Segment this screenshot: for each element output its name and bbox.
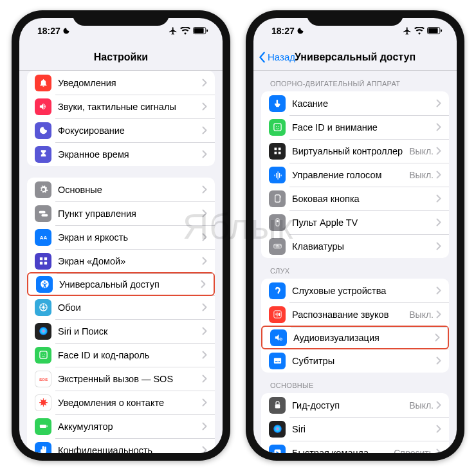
voice-icon: [269, 167, 286, 183]
settings-row[interactable]: AA Экран и яркость: [27, 225, 215, 249]
svg-point-51: [280, 338, 281, 339]
settings-row[interactable]: Распознавание звуков Выкл.: [261, 302, 449, 326]
settings-row[interactable]: Аудиовизуализация: [261, 326, 449, 349]
settings-row[interactable]: Субтитры: [261, 349, 449, 373]
status-time: 18:27: [37, 26, 60, 36]
settings-row[interactable]: Боковая кнопка: [261, 187, 449, 210]
row-label: Пункт управления: [58, 208, 202, 219]
row-label: Субтитры: [292, 356, 436, 366]
section-header: ОСНОВНЫЕ: [261, 373, 449, 393]
svg-point-41: [276, 220, 278, 222]
settings-row[interactable]: Управление голосом Выкл.: [261, 163, 449, 187]
svg-point-56: [273, 425, 282, 433]
settings-row[interactable]: Face ID и внимание: [261, 115, 449, 139]
row-label: Слуховые устройства: [292, 286, 436, 296]
remote-icon: [269, 214, 286, 231]
battery-icon: [193, 27, 208, 35]
row-label: Конфиденциальность: [58, 445, 202, 454]
faceid-icon: [35, 347, 51, 364]
row-label: Face ID и код-пароль: [58, 350, 202, 360]
row-label: Экстренный вызов — SOS: [58, 374, 202, 384]
grid-icon: [35, 253, 51, 270]
settings-row[interactable]: Пульт Apple TV: [261, 210, 449, 234]
settings-row[interactable]: Уведомления о контакте: [27, 391, 215, 414]
svg-rect-53: [275, 361, 277, 362]
chevron-right-icon: [436, 242, 441, 250]
settings-row[interactable]: Siri: [261, 417, 449, 441]
row-value: Выкл.: [409, 146, 434, 156]
settings-row[interactable]: Виртуальный контроллер Выкл.: [261, 139, 449, 163]
section-header: СЛУХ: [261, 258, 449, 279]
chevron-right-icon: [202, 233, 207, 241]
svg-rect-26: [39, 425, 46, 428]
row-label: Быстрая команда: [292, 448, 394, 454]
svg-rect-40: [276, 219, 279, 226]
svg-text:SOS: SOS: [39, 377, 47, 382]
settings-row[interactable]: Экранное время: [27, 142, 215, 166]
chevron-right-icon: [202, 102, 207, 111]
row-label: Основные: [58, 185, 202, 195]
settings-row[interactable]: Быстрая команда Спросить: [261, 441, 449, 453]
subtitles-icon: [269, 353, 286, 369]
svg-point-9: [44, 281, 46, 283]
settings-row[interactable]: Клавиатуры: [261, 234, 449, 258]
settings-row[interactable]: Слуховые устройства: [261, 279, 449, 302]
row-label: Управление голосом: [292, 170, 409, 180]
audio-icon: [270, 329, 287, 346]
row-label: Распознавание звуков: [292, 309, 409, 320]
svg-rect-38: [275, 195, 280, 202]
chevron-right-icon: [436, 147, 441, 155]
svg-line-25: [41, 404, 42, 405]
chevron-right-icon: [202, 398, 207, 407]
content-right[interactable]: ОПОРНО-ДВИГАТЕЛЬНЫЙ АППАРАТ Касание Face…: [253, 71, 457, 453]
settings-row[interactable]: Гид-доступ Выкл.: [261, 393, 449, 417]
row-label: Касание: [292, 98, 436, 109]
settings-row[interactable]: Обои: [27, 295, 215, 319]
row-label: Пульт Apple TV: [292, 217, 436, 228]
svg-text:AA: AA: [39, 235, 47, 241]
back-button[interactable]: Назад: [259, 51, 295, 63]
row-label: Фокусирование: [58, 125, 202, 136]
settings-row[interactable]: Касание: [261, 91, 449, 115]
status-time: 18:27: [271, 26, 295, 36]
svg-rect-42: [273, 244, 280, 248]
nav-bar: Назад Универсальный доступ: [253, 44, 457, 71]
settings-row[interactable]: Фокусирование: [27, 118, 215, 142]
settings-row[interactable]: Экран «Домой»: [27, 249, 215, 273]
settings-group: Основные Пункт управления AA Экран и ярк…: [27, 178, 215, 453]
content-left[interactable]: Уведомления Звуки, тактильные сигналы Фо…: [19, 71, 223, 453]
row-label: Siri: [292, 424, 436, 434]
settings-row[interactable]: Siri и Поиск: [27, 319, 215, 343]
shortcut-icon: [269, 445, 286, 454]
svg-point-12: [39, 327, 48, 335]
chevron-right-icon: [435, 333, 440, 342]
settings-row[interactable]: Основные: [27, 178, 215, 201]
chevron-right-icon: [436, 310, 441, 319]
settings-row[interactable]: SOS Экстренный вызов — SOS: [27, 367, 215, 391]
svg-point-14: [42, 354, 42, 355]
wifi-icon: [414, 27, 425, 35]
settings-row[interactable]: Уведомления: [27, 71, 215, 95]
row-label: Уведомления: [58, 78, 202, 88]
row-label: Клавиатуры: [292, 241, 436, 252]
settings-row[interactable]: Универсальный доступ: [27, 272, 215, 296]
settings-row[interactable]: Пункт управления: [27, 201, 215, 225]
page-title: Настройки: [94, 51, 148, 63]
chevron-right-icon: [202, 446, 207, 453]
row-label: Гид-доступ: [292, 400, 409, 411]
row-label: Siri и Поиск: [58, 326, 202, 337]
row-label: Обои: [58, 302, 202, 313]
chevron-right-icon: [436, 218, 441, 226]
svg-rect-5: [44, 257, 46, 260]
chevron-right-icon: [202, 126, 207, 134]
settings-row[interactable]: Конфиденциальность: [27, 438, 215, 453]
svg-rect-13: [39, 351, 46, 358]
row-label: Уведомления о контакте: [58, 398, 202, 408]
svg-rect-52: [273, 358, 280, 364]
settings-group: Слуховые устройства Распознавание звуков…: [261, 279, 449, 373]
svg-rect-34: [274, 148, 277, 151]
chevron-right-icon: [202, 209, 207, 217]
settings-row[interactable]: Аккумулятор: [27, 414, 215, 438]
settings-row[interactable]: Звуки, тактильные сигналы: [27, 95, 215, 118]
settings-row[interactable]: Face ID и код-пароль: [27, 343, 215, 367]
